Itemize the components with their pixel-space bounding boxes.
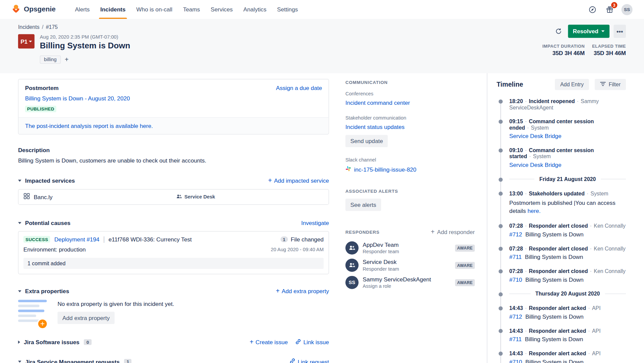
timeline-alert-link[interactable]: #710 bbox=[509, 276, 522, 283]
nav-item-incidents[interactable]: Incidents bbox=[95, 0, 131, 19]
timeline-alert-link[interactable]: #711 bbox=[509, 336, 522, 343]
slack-channel-label: Slack channel bbox=[345, 157, 475, 163]
chevron-down-icon[interactable] bbox=[18, 290, 21, 292]
main-column: Postmortem Assign a due date Billing Sys… bbox=[18, 73, 329, 363]
chevron-down-icon[interactable] bbox=[18, 222, 21, 224]
responder-user-avatar: SS bbox=[345, 276, 359, 289]
nav-item-who-is-on-call[interactable]: Who is on-call bbox=[131, 0, 177, 19]
impacted-services-card: Banc.ly Service Desk bbox=[18, 189, 329, 205]
tag-chip[interactable]: billing bbox=[40, 55, 61, 63]
timeline-title: Timeline bbox=[496, 81, 523, 88]
nav-item-settings[interactable]: Settings bbox=[272, 0, 303, 19]
timeline-bridge-link[interactable]: Service Desk Bridge bbox=[509, 162, 561, 168]
nav-item-services[interactable]: Services bbox=[205, 0, 238, 19]
chevron-down-icon[interactable] bbox=[18, 179, 21, 181]
link-issue-link[interactable]: Link issue bbox=[295, 338, 329, 346]
add-entry-button[interactable]: Add Entry bbox=[555, 79, 589, 90]
timeline-date-divider: Thursday 20 August 2020 bbox=[509, 291, 626, 297]
timeline-alert-link[interactable]: #712 bbox=[509, 231, 522, 238]
timeline-entry-actor: System bbox=[533, 153, 551, 160]
timeline-alert-link[interactable]: #712 bbox=[509, 313, 522, 320]
investigate-link[interactable]: Investigate bbox=[301, 220, 329, 226]
slack-channel-link[interactable]: inc-175-billing-issue-820 bbox=[345, 166, 417, 173]
add-responder-link[interactable]: +Add responder bbox=[431, 228, 475, 236]
postmortem-report-link[interactable]: Billing System is Down - August 20, 2020 bbox=[25, 95, 322, 102]
description-title: Description bbox=[18, 147, 329, 153]
plus-icon: + bbox=[276, 287, 279, 295]
chevron-right-icon[interactable] bbox=[18, 341, 20, 344]
postmortem-analysis-link[interactable]: The post-incident analysis report is ava… bbox=[25, 123, 153, 129]
timeline-alert-text: Billing System is Down bbox=[525, 276, 583, 283]
nav-item-analytics[interactable]: Analytics bbox=[238, 0, 272, 19]
status-button[interactable]: Resolved bbox=[568, 25, 609, 38]
timeline-entry: 14:43·Responder alert acked·API#712Billi… bbox=[509, 305, 626, 320]
timeline-entry-event: Responder alert acked bbox=[529, 305, 586, 311]
incident-command-center-link[interactable]: Incident command center bbox=[345, 99, 475, 106]
timeline-date-label: Thursday 20 August 2020 bbox=[535, 291, 600, 297]
chevron-down-icon bbox=[601, 31, 605, 32]
timeline-entry-time: 18:20 bbox=[509, 98, 523, 104]
refresh-icon[interactable] bbox=[553, 26, 564, 37]
breadcrumb-incidents-link[interactable]: Incidents bbox=[18, 24, 40, 30]
filter-button[interactable]: Filter bbox=[595, 79, 626, 90]
link-request-link[interactable]: Link request bbox=[289, 358, 329, 363]
timeline-body: 18:20·Incident reopened·Sammy ServiceDes… bbox=[499, 98, 644, 363]
assign-due-date-link[interactable]: Assign a due date bbox=[276, 85, 322, 91]
user-avatar[interactable]: SS bbox=[622, 4, 633, 15]
jira-software-title: Jira Software issues bbox=[24, 339, 79, 346]
impacted-service-row[interactable]: Banc.ly Service Desk bbox=[18, 189, 328, 204]
incident-header: Incidents/#175 P1 Aug 20, 2020 2:35 PM (… bbox=[0, 19, 644, 73]
timeline-entry-time: 14:43 bbox=[509, 328, 523, 334]
responder-row[interactable]: Service DeskResponder teamAWARE bbox=[345, 259, 475, 272]
communication-title: COMMUNICATION bbox=[345, 80, 475, 85]
incident-status-updates-link[interactable]: Incident status updates bbox=[345, 124, 475, 131]
responder-subtitle[interactable]: Assign a role bbox=[363, 283, 431, 289]
timeline-dot bbox=[499, 352, 503, 356]
nav-item-teams[interactable]: Teams bbox=[178, 0, 205, 19]
extra-properties-empty-message: No extra property is given for this inci… bbox=[57, 301, 174, 307]
timeline-entry-actor: Ken Connally bbox=[594, 223, 626, 229]
timeline-bridge-link[interactable]: Service Desk Bridge bbox=[509, 133, 561, 140]
add-extra-property-button[interactable]: Add extra property bbox=[57, 312, 114, 324]
timeline-alert-text: Billing System is Down bbox=[525, 231, 583, 238]
gift-icon[interactable]: 3 bbox=[604, 4, 615, 15]
timeline-alert-text: Billing System is Down bbox=[525, 254, 583, 261]
timeline-entry-time: 13:00 bbox=[509, 190, 523, 196]
timeline-entry-time: 14:43 bbox=[509, 350, 523, 356]
jira-software-count: 0 bbox=[84, 339, 91, 345]
responder-row[interactable]: AppDev TeamResponder teamAWARE bbox=[345, 241, 475, 255]
service-name: Banc.ly bbox=[34, 194, 52, 200]
nav-links: AlertsIncidentsWho is on-callTeamsServic… bbox=[70, 0, 303, 19]
responder-name: Service Desk bbox=[363, 259, 399, 265]
timeline-entry-text: Postmortem is published |You can access … bbox=[509, 198, 621, 215]
priority-badge[interactable]: P1 bbox=[18, 34, 35, 49]
add-extra-property-link[interactable]: +Add extra property bbox=[276, 287, 329, 295]
responder-team-avatar-icon bbox=[345, 241, 359, 255]
impacted-services-title: Impacted services bbox=[25, 177, 75, 184]
timeline-entry-actor: API bbox=[592, 350, 601, 356]
timeline-alert-link[interactable]: #711 bbox=[509, 254, 522, 261]
filter-icon bbox=[600, 81, 606, 87]
plus-icon: + bbox=[250, 338, 253, 346]
add-impacted-service-link[interactable]: +Add impacted service bbox=[268, 177, 329, 184]
chevron-down-icon[interactable] bbox=[18, 361, 21, 363]
commits-note[interactable]: 1 commit added bbox=[23, 258, 324, 269]
more-actions-button[interactable]: ••• bbox=[613, 25, 626, 38]
potential-causes-header: Potential causes Investigate bbox=[18, 220, 329, 226]
send-update-button[interactable]: Send update bbox=[345, 135, 388, 147]
responder-subtitle: Responder team bbox=[363, 266, 399, 272]
compass-icon[interactable] bbox=[587, 4, 598, 15]
timeline-entry-time: 07:28 bbox=[509, 268, 523, 274]
add-tag-button[interactable]: + bbox=[65, 56, 68, 63]
responder-row[interactable]: SSSammy ServiceDeskAgentAssign a roleAWA… bbox=[345, 276, 475, 289]
timeline-alert-link[interactable]: #710 bbox=[509, 359, 522, 363]
timeline-entry: 07:28·Responder alert closed·Ken Connall… bbox=[509, 268, 626, 283]
nav-item-alerts[interactable]: Alerts bbox=[70, 0, 95, 19]
deployment-link[interactable]: Deployment #194 bbox=[54, 236, 99, 243]
timeline-here-link[interactable]: here. bbox=[528, 208, 541, 214]
brand[interactable]: Opsgenie bbox=[11, 4, 56, 15]
priority-label: P1 bbox=[20, 38, 28, 45]
see-alerts-button[interactable]: See alerts bbox=[345, 198, 381, 211]
timeline-entry-event: Responder alert acked bbox=[529, 328, 586, 334]
create-issue-link[interactable]: +Create issue bbox=[250, 338, 288, 346]
